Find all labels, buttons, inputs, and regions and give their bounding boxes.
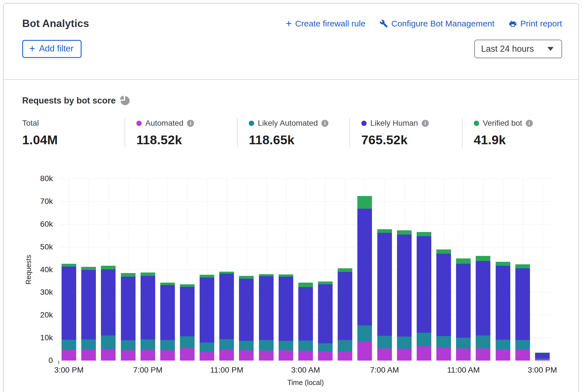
print-report-link[interactable]: Print report bbox=[509, 19, 562, 28]
bar-12-00-am[interactable] bbox=[236, 179, 256, 361]
bar-9-00-am[interactable] bbox=[414, 179, 434, 361]
segment-likely-human bbox=[180, 287, 195, 336]
segment-verified-bot bbox=[239, 276, 254, 279]
header: Bot Analytics + Create firewall rule Con… bbox=[4, 4, 578, 80]
bar-3-00-am[interactable] bbox=[296, 179, 315, 361]
y-tick-label: 20k bbox=[11, 310, 53, 319]
segment-automated bbox=[535, 360, 550, 361]
bar-1-00-pm[interactable] bbox=[493, 179, 513, 361]
segment-likely-human bbox=[200, 278, 214, 343]
time-range-value: Last 24 hours bbox=[481, 44, 534, 54]
segment-likely-automated bbox=[496, 340, 510, 349]
bar-stack bbox=[279, 179, 293, 361]
segment-likely-automated bbox=[121, 340, 136, 350]
add-filter-button[interactable]: + Add filter bbox=[22, 40, 82, 58]
segment-likely-automated bbox=[219, 339, 234, 350]
bar-stack bbox=[141, 179, 155, 361]
info-icon[interactable]: i bbox=[526, 120, 533, 127]
bar-6-00-pm[interactable] bbox=[118, 179, 138, 361]
segment-likely-human bbox=[357, 209, 372, 326]
segment-automated bbox=[121, 350, 136, 361]
stat-label: Automated bbox=[145, 119, 183, 128]
configure-bot-management-link[interactable]: Configure Bot Management bbox=[380, 19, 495, 28]
info-icon[interactable]: i bbox=[321, 120, 328, 127]
segment-likely-human bbox=[298, 287, 313, 341]
segment-likely-automated bbox=[180, 336, 195, 348]
segment-likely-human bbox=[515, 268, 530, 340]
bar-8-00-am[interactable] bbox=[394, 179, 414, 361]
segment-automated bbox=[62, 350, 76, 361]
bar-stack bbox=[298, 179, 313, 361]
segment-likely-human bbox=[141, 276, 155, 339]
segment-automated bbox=[239, 350, 254, 361]
create-firewall-rule-link[interactable]: + Create firewall rule bbox=[286, 19, 366, 28]
legend-dot bbox=[136, 121, 142, 126]
bar-1-00-am[interactable] bbox=[256, 179, 276, 361]
segment-likely-automated bbox=[357, 325, 372, 341]
stat-likely-human: Likely Humani765.52k bbox=[349, 118, 462, 147]
bar-7-00-pm[interactable] bbox=[138, 179, 158, 361]
bar-10-00-pm[interactable] bbox=[197, 179, 217, 361]
segment-likely-automated bbox=[81, 339, 96, 350]
bar-4-00-pm[interactable] bbox=[79, 179, 98, 361]
segment-verified-bot bbox=[62, 264, 76, 267]
segment-automated bbox=[141, 350, 155, 361]
segment-automated bbox=[496, 349, 510, 361]
bar-stack bbox=[476, 179, 490, 361]
x-tick bbox=[463, 361, 464, 363]
y-tick-label: 40k bbox=[11, 265, 53, 274]
x-tick-label: 3:00 PM bbox=[528, 366, 557, 375]
info-icon[interactable]: i bbox=[422, 120, 429, 127]
bar-4-00-am[interactable] bbox=[315, 179, 335, 361]
time-range-select[interactable]: Last 24 hours bbox=[474, 40, 562, 58]
segment-likely-human bbox=[397, 235, 412, 337]
segment-verified-bot bbox=[496, 262, 510, 266]
x-tick bbox=[227, 361, 227, 363]
x-tick bbox=[148, 361, 148, 363]
segment-likely-automated bbox=[397, 337, 412, 349]
bar-11-00-pm[interactable] bbox=[217, 179, 236, 361]
segment-likely-human bbox=[436, 254, 451, 336]
bar-8-00-pm[interactable] bbox=[158, 179, 177, 361]
bar-5-00-pm[interactable] bbox=[98, 179, 118, 361]
segment-likely-human bbox=[456, 264, 471, 338]
y-tick-label: 70k bbox=[11, 197, 53, 206]
segment-verified-bot bbox=[279, 274, 293, 277]
requests-chart: Requests 80k70k60k50k40k30k20k10k03:00 P… bbox=[4, 147, 578, 384]
segment-automated bbox=[515, 349, 530, 361]
stat-value: 765.52k bbox=[361, 133, 462, 147]
bar-3-00-pm[interactable] bbox=[533, 179, 552, 361]
legend-dot bbox=[361, 121, 367, 126]
bar-stack bbox=[259, 179, 274, 361]
bar-9-00-pm[interactable] bbox=[177, 179, 197, 361]
x-axis-title: Time (local) bbox=[287, 379, 324, 387]
bar-3-00-pm[interactable] bbox=[59, 179, 79, 361]
x-tick-label: 7:00 PM bbox=[133, 366, 163, 375]
bot-analytics-card: Bot Analytics + Create firewall rule Con… bbox=[3, 3, 579, 392]
x-tick-label: 11:00 PM bbox=[210, 366, 243, 375]
stat-value: 118.65k bbox=[249, 133, 349, 147]
y-tick-label: 0 bbox=[11, 356, 53, 365]
segment-verified-bot bbox=[200, 275, 214, 278]
x-tick-label: 11:00 AM bbox=[447, 366, 480, 375]
segment-verified-bot bbox=[377, 229, 392, 233]
y-tick-label: 50k bbox=[11, 242, 53, 251]
segment-verified-bot bbox=[338, 268, 352, 272]
stat-value: 41.9k bbox=[474, 133, 574, 147]
segment-automated bbox=[417, 346, 431, 361]
bar-6-00-am[interactable] bbox=[355, 179, 375, 361]
bar-12-00-pm[interactable] bbox=[473, 179, 493, 361]
bar-7-00-am[interactable] bbox=[375, 179, 394, 361]
segment-likely-human bbox=[239, 279, 254, 341]
segment-verified-bot bbox=[259, 274, 274, 276]
segment-verified-bot bbox=[417, 232, 431, 236]
segment-likely-automated bbox=[377, 336, 392, 348]
bar-2-00-pm[interactable] bbox=[513, 179, 533, 361]
stat-total: Total1.04M bbox=[4, 118, 125, 147]
bar-5-00-am[interactable] bbox=[335, 179, 355, 361]
info-icon[interactable]: i bbox=[187, 120, 194, 127]
chevron-down-icon bbox=[547, 47, 554, 51]
bar-11-00-am[interactable] bbox=[454, 179, 473, 361]
bar-10-00-am[interactable] bbox=[434, 179, 454, 361]
bar-2-00-am[interactable] bbox=[276, 179, 296, 361]
